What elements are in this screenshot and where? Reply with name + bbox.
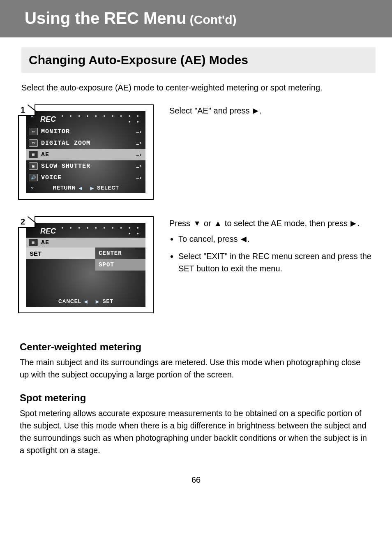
shutter-icon: ▣: [29, 162, 38, 170]
metering-block: Center-weighted metering The main subjec…: [20, 341, 367, 456]
more-icon: …›: [136, 175, 142, 181]
voice-icon: 🔊: [29, 174, 38, 181]
triangle-left-icon: ◀: [240, 235, 247, 243]
lcd1-row-voice: 🔊 VOICE …›: [26, 172, 145, 183]
lcd2-header: REC • • • • • • • • • • • •: [26, 223, 145, 238]
lcd2-option-spot: SPOT: [95, 259, 145, 271]
lcd2-footer: CANCEL ◀ ▶ SET: [26, 297, 145, 307]
triangle-right-icon: ▶: [252, 106, 259, 115]
lcd2-header-dots: • • • • • • • • • • • •: [56, 225, 142, 237]
steps-column: Select "AE" and press ▶. Press ▼ or ▲ to…: [169, 104, 376, 330]
ae-icon: ▦: [29, 239, 38, 246]
screenshots-column: 1 ⌃ REC • • • • • • • • • • • • ▭ MONITO…: [18, 104, 154, 330]
lcd2-sub-label: AE: [41, 239, 49, 246]
step-2-notes: To cancel, press ◀. Select "EXIT" in the…: [169, 233, 376, 275]
triangle-right-icon: ▶: [350, 219, 357, 227]
more-icon: …›: [136, 140, 142, 146]
ae-icon: ▦: [29, 151, 38, 158]
center-weighted-body: The main subject and its surroundings ar…: [20, 356, 367, 381]
step-2-note-2: Select "EXIT" in the REC menu screen and…: [178, 250, 376, 275]
monitor-icon: ▭: [29, 128, 38, 135]
screenshot-1-number: 1: [21, 105, 25, 115]
more-icon: …›: [136, 163, 142, 169]
triangle-left-icon: ◀: [78, 186, 84, 190]
step-2-text: Press ▼ or ▲ to select the AE mode, then…: [169, 217, 376, 275]
lcd-menu-2: REC • • • • • • • • • • • • ▦ AE SET CEN…: [26, 223, 145, 307]
lcd2-footer-set: SET: [103, 298, 113, 304]
lcd2-header-label: REC: [40, 227, 56, 236]
step-2-note-1a: To cancel, press: [178, 234, 238, 243]
lcd2-option-center: CENTER: [95, 248, 145, 259]
triangle-up-icon: ▲: [213, 219, 222, 227]
lcd1-row-voice-label: VOICE: [41, 174, 136, 181]
lcd2-options: SET CENTER SPOT: [26, 248, 145, 271]
step-2-part3: to select the AE mode, then press: [225, 219, 348, 228]
lcd1-footer-select: SELECT: [97, 185, 119, 191]
lcd1-header-label: REC: [40, 115, 56, 124]
lcd1-row-ae: ▦ AE …›: [26, 149, 145, 160]
lcd1-row-ae-label: AE: [41, 151, 136, 158]
spot-metering-body: Spot metering allows accurate exposure m…: [20, 407, 367, 456]
spot-metering-title: Spot metering: [20, 392, 367, 404]
lcd1-row-zoom: ◻ DIGITAL ZOOM …›: [26, 137, 145, 149]
screenshot-1: 1 ⌃ REC • • • • • • • • • • • • ▭ MONITO…: [18, 104, 154, 200]
screenshot-2: 2 REC • • • • • • • • • • • • ▦ AE SET: [18, 216, 154, 313]
step-1-prefix: Select "AE" and press: [169, 106, 249, 115]
triangle-down-icon: ▼: [193, 219, 202, 227]
lcd2-subheader: ▦ AE: [26, 238, 145, 248]
banner-title-sub: (Cont'd): [190, 13, 237, 26]
more-icon: …›: [136, 129, 142, 135]
lcd1-footer-return: RETURN: [53, 185, 76, 191]
content-columns: 1 ⌃ REC • • • • • • • • • • • • ▭ MONITO…: [18, 104, 376, 330]
step-1-text: Select "AE" and press ▶.: [169, 104, 376, 117]
lcd-menu-1: ⌃ REC • • • • • • • • • • • • ▭ MONITOR …: [26, 111, 145, 193]
page-number: 66: [0, 475, 392, 495]
caret-down-icon: ⌄: [30, 183, 34, 190]
lcd1-row-monitor: ▭ MONITOR …›: [26, 126, 145, 137]
banner-title-main: Using the REC Menu: [25, 9, 186, 27]
lcd1-row-shutter: ▣ SLOW SHUTTER …›: [26, 160, 145, 172]
lcd2-footer-cancel: CANCEL: [58, 298, 81, 304]
step-2-note-1: To cancel, press ◀.: [178, 233, 376, 245]
lcd2-set-cell: SET: [26, 248, 95, 259]
center-weighted-title: Center-weighted metering: [20, 341, 367, 353]
zoom-icon: ◻: [29, 139, 38, 147]
lcd1-footer: RETURN ◀ ▶ SELECT: [26, 183, 145, 193]
step-1-suffix: .: [259, 106, 262, 115]
triangle-right-icon: ▶: [89, 186, 95, 190]
step-2-part4: .: [357, 219, 360, 228]
step-2-part1: Press: [169, 219, 190, 228]
screenshot-2-number: 2: [21, 217, 25, 227]
intro-paragraph: Select the auto-exposure (AE) mode to ce…: [21, 82, 367, 94]
step-2-part2: or: [204, 219, 211, 228]
lcd1-header: REC • • • • • • • • • • • •: [26, 111, 145, 126]
page-banner: Using the REC Menu (Cont'd): [0, 0, 392, 37]
lcd1-row-zoom-label: DIGITAL ZOOM: [41, 140, 136, 147]
lcd1-row-monitor-label: MONITOR: [41, 128, 136, 135]
triangle-left-icon: ◀: [83, 299, 89, 304]
lcd1-row-shutter-label: SLOW SHUTTER: [41, 163, 136, 170]
triangle-right-icon: ▶: [95, 299, 101, 304]
lcd1-header-dots: • • • • • • • • • • • •: [56, 113, 142, 125]
more-icon: …›: [136, 152, 142, 158]
step-2-note-1b: .: [247, 234, 250, 243]
section-heading: Changing Auto-Exposure (AE) Modes: [21, 47, 376, 73]
